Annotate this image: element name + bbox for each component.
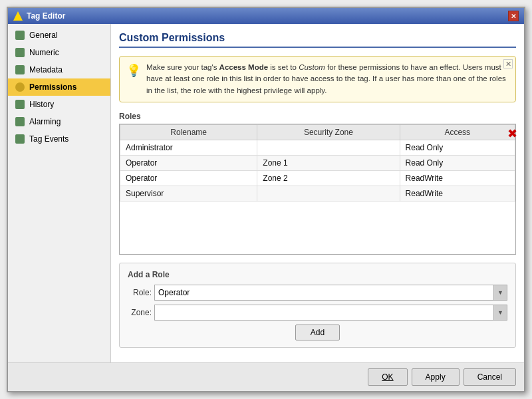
window-close-button[interactable]: ✕: [508, 11, 519, 21]
cell-access: Read Only: [400, 140, 515, 155]
info-box-close-button[interactable]: ✕: [503, 59, 513, 68]
sidebar-item-history[interactable]: History: [8, 96, 110, 113]
zone-dropdown-button[interactable]: ▼: [493, 305, 507, 320]
section-title: Custom Permissions: [119, 32, 516, 48]
add-button[interactable]: Add: [295, 325, 340, 340]
sidebar-item-general[interactable]: General: [8, 27, 110, 44]
cell-access: ReadWrite: [400, 170, 515, 186]
role-input[interactable]: [155, 286, 493, 299]
sidebar-item-tagevents[interactable]: Tag Events: [8, 130, 110, 148]
role-dropdown-button[interactable]: ▼: [493, 285, 507, 300]
table-row[interactable]: OperatorZone 1Read Only: [120, 155, 515, 170]
add-role-title: Add a Role: [128, 270, 507, 279]
role-form-row: Role: ▼: [128, 285, 507, 301]
sidebar-item-numeric[interactable]: Numeric: [8, 44, 110, 61]
info-box-text: Make sure your tag's Access Mode is set …: [146, 62, 509, 96]
cell-access: Read Only: [400, 155, 515, 170]
ok-button[interactable]: OK: [368, 368, 407, 386]
window-icon: [13, 11, 23, 21]
cell-zone: [257, 140, 400, 155]
roles-label: Roles: [119, 112, 516, 121]
table-row[interactable]: OperatorZone 2ReadWrite: [120, 170, 515, 186]
zone-form-row: Zone: ▼: [128, 305, 507, 321]
zone-input-wrap: ▼: [154, 305, 507, 321]
cell-access: ReadWrite: [400, 186, 515, 201]
sidebar-item-permissions[interactable]: Permissions: [8, 78, 110, 96]
sidebar-item-label: Metadata: [29, 65, 63, 74]
col-rolename: Rolename: [120, 124, 257, 140]
main-content: Custom Permissions 💡 Make sure your tag'…: [111, 24, 524, 362]
roles-table: Rolename Security Zone Access Administra…: [120, 124, 515, 201]
window-body: General Numeric Metadata Permissions His…: [8, 24, 524, 362]
general-icon: [15, 30, 25, 41]
add-role-section: Add a Role Role: ▼ Zone: ▼ Add: [119, 263, 516, 348]
sidebar-item-alarming[interactable]: Alarming: [8, 113, 110, 130]
sidebar-item-label: General: [29, 31, 58, 40]
info-icon: 💡: [126, 63, 141, 78]
roles-container: Rolename Security Zone Access Administra…: [119, 124, 516, 255]
sidebar-item-label: Alarming: [29, 117, 61, 126]
zone-label: Zone:: [128, 308, 152, 317]
title-bar: Tag Editor ✕: [8, 8, 524, 24]
col-security-zone: Security Zone: [257, 124, 400, 140]
tagevents-icon: [15, 134, 25, 144]
tag-editor-window: Tag Editor ✕ General Numeric Metadata Pe…: [7, 7, 525, 392]
table-row[interactable]: SupervisorReadWrite: [120, 186, 515, 201]
permissions-icon: [15, 82, 25, 92]
role-label: Role:: [128, 288, 152, 297]
apply-button[interactable]: Apply: [412, 368, 460, 386]
cell-rolename: Operator: [120, 170, 257, 186]
sidebar-item-label: Tag Events: [29, 134, 68, 144]
zone-input[interactable]: [155, 306, 493, 319]
cell-rolename: Operator: [120, 155, 257, 170]
add-btn-row: Add: [128, 325, 507, 340]
info-box: 💡 Make sure your tag's Access Mode is se…: [119, 56, 516, 102]
delete-role-button[interactable]: ✖: [507, 126, 517, 141]
sidebar-item-label: History: [29, 100, 54, 109]
window-footer: OK Apply Cancel: [8, 362, 524, 391]
sidebar-item-label: Permissions: [29, 82, 76, 92]
cell-zone: Zone 2: [257, 170, 400, 186]
numeric-icon: [15, 47, 25, 58]
cell-rolename: Supervisor: [120, 186, 257, 201]
title-bar-left: Tag Editor: [13, 11, 65, 21]
window-title: Tag Editor: [27, 11, 65, 21]
cell-rolename: Administrator: [120, 140, 257, 155]
cell-zone: Zone 1: [257, 155, 400, 170]
alarming-icon: [15, 116, 25, 127]
sidebar: General Numeric Metadata Permissions His…: [8, 24, 111, 362]
history-icon: [15, 99, 25, 110]
sidebar-item-label: Numeric: [29, 48, 59, 57]
sidebar-item-metadata[interactable]: Metadata: [8, 61, 110, 78]
metadata-icon: [15, 65, 25, 75]
col-access: Access: [400, 124, 515, 140]
cancel-button[interactable]: Cancel: [464, 368, 516, 386]
table-row[interactable]: AdministratorRead Only: [120, 140, 515, 155]
role-input-wrap: ▼: [154, 285, 507, 301]
cell-zone: [257, 186, 400, 201]
